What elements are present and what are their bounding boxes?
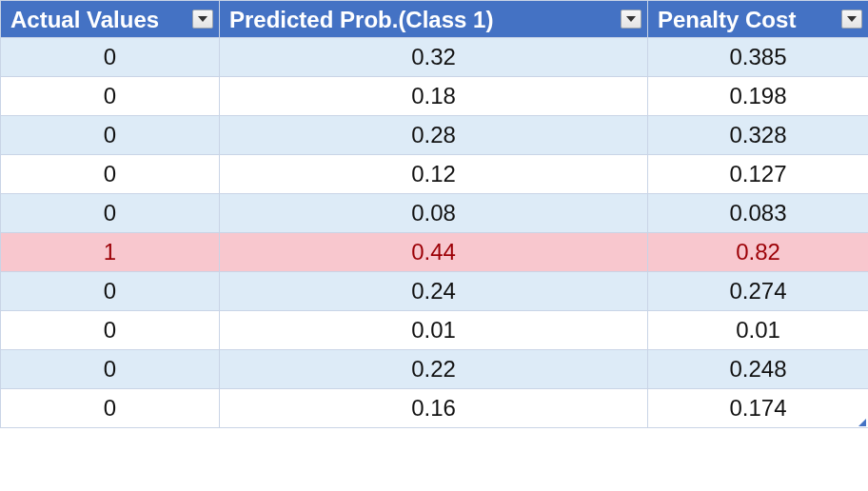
- cell-penalty[interactable]: 0.198: [648, 76, 869, 115]
- cell-penalty[interactable]: 0.083: [648, 193, 869, 232]
- table-resize-handle-icon[interactable]: [858, 419, 866, 426]
- table-row[interactable]: 00.080.083: [1, 193, 869, 232]
- cell-predicted[interactable]: 0.44: [220, 232, 648, 271]
- table-row[interactable]: 00.320.385: [1, 37, 869, 76]
- header-actual-values[interactable]: Actual Values: [1, 1, 220, 38]
- cell-predicted[interactable]: 0.18: [220, 76, 648, 115]
- chevron-down-icon: [198, 16, 207, 22]
- header-predicted-prob[interactable]: Predicted Prob.(Class 1): [220, 1, 648, 38]
- cell-actual[interactable]: 0: [1, 37, 220, 76]
- table-row[interactable]: 00.120.127: [1, 154, 869, 193]
- filter-dropdown-penalty[interactable]: [841, 10, 862, 29]
- table-row[interactable]: 00.180.198: [1, 76, 869, 115]
- cell-predicted[interactable]: 0.01: [220, 310, 648, 349]
- cell-penalty[interactable]: 0.274: [648, 271, 869, 310]
- cell-actual[interactable]: 0: [1, 115, 220, 154]
- cell-actual[interactable]: 0: [1, 76, 220, 115]
- cell-penalty[interactable]: 0.248: [648, 349, 869, 388]
- cell-penalty[interactable]: 0.174: [648, 388, 869, 427]
- cell-actual[interactable]: 0: [1, 310, 220, 349]
- cell-actual[interactable]: 0: [1, 271, 220, 310]
- header-label: Actual Values: [10, 7, 159, 33]
- cell-penalty[interactable]: 0.01: [648, 310, 869, 349]
- cell-actual[interactable]: 0: [1, 193, 220, 232]
- chevron-down-icon: [847, 16, 857, 22]
- cell-predicted[interactable]: 0.28: [220, 115, 648, 154]
- data-table: Actual Values Predicted Prob.(Class 1): [0, 0, 868, 428]
- cell-actual[interactable]: 0: [1, 154, 220, 193]
- filter-dropdown-actual[interactable]: [192, 10, 213, 29]
- header-label: Penalty Cost: [658, 7, 796, 33]
- cell-penalty[interactable]: 0.127: [648, 154, 869, 193]
- cell-predicted[interactable]: 0.22: [220, 349, 648, 388]
- table-row[interactable]: 10.440.82: [1, 232, 869, 271]
- cell-predicted[interactable]: 0.16: [220, 388, 648, 427]
- cell-predicted[interactable]: 0.24: [220, 271, 648, 310]
- table-row[interactable]: 00.240.274: [1, 271, 869, 310]
- cell-predicted[interactable]: 0.12: [220, 154, 648, 193]
- table-row[interactable]: 00.220.248: [1, 349, 869, 388]
- table-body: 00.320.38500.180.19800.280.32800.120.127…: [1, 37, 869, 427]
- table-row[interactable]: 00.160.174: [1, 388, 869, 427]
- table-row[interactable]: 00.280.328: [1, 115, 869, 154]
- cell-penalty[interactable]: 0.82: [648, 232, 869, 271]
- cell-actual[interactable]: 0: [1, 388, 220, 427]
- chevron-down-icon: [626, 16, 636, 22]
- filter-dropdown-predicted[interactable]: [621, 10, 641, 29]
- cell-penalty[interactable]: 0.385: [648, 37, 869, 76]
- cell-predicted[interactable]: 0.08: [220, 193, 648, 232]
- cell-predicted[interactable]: 0.32: [220, 37, 648, 76]
- header-row: Actual Values Predicted Prob.(Class 1): [1, 1, 869, 38]
- cell-actual[interactable]: 1: [1, 232, 220, 271]
- table-row[interactable]: 00.010.01: [1, 310, 869, 349]
- data-table-container: Actual Values Predicted Prob.(Class 1): [0, 0, 868, 428]
- header-penalty-cost[interactable]: Penalty Cost: [648, 1, 869, 38]
- header-label: Predicted Prob.(Class 1): [229, 7, 493, 33]
- cell-penalty[interactable]: 0.328: [648, 115, 869, 154]
- cell-actual[interactable]: 0: [1, 349, 220, 388]
